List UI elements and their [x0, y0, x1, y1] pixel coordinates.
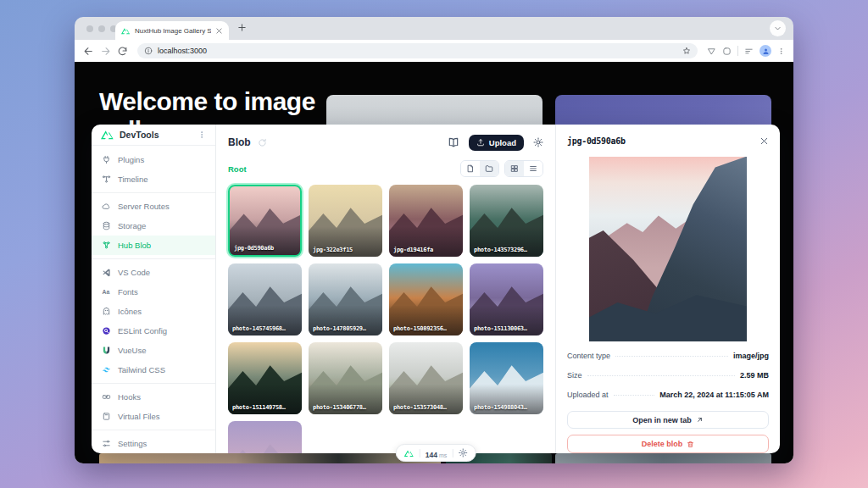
blob-tile-photo-147805929[interactable]: photo-147805929…	[309, 263, 382, 336]
sidebar-item-server-routes[interactable]: Server Routes	[92, 197, 215, 216]
sidebar-item-timeline[interactable]: Timeline	[92, 169, 215, 189]
nuxt-timing-pill[interactable]: 144ms	[396, 444, 476, 462]
bookmark-star-icon[interactable]	[682, 47, 691, 55]
nuxt-favicon-icon	[121, 26, 131, 36]
ghost-icon	[102, 307, 111, 316]
tab-close-icon[interactable]	[215, 27, 223, 35]
blob-tile-jpg-322e3f15[interactable]: jpg-322e3f15	[309, 185, 382, 257]
theme-toggle-sun-icon[interactable]	[533, 137, 543, 147]
browser-menu-button[interactable]	[777, 47, 785, 55]
detail-row-label: Uploaded at	[567, 391, 609, 399]
nuxt-logo-icon	[101, 128, 114, 141]
grid-list-toggle	[504, 160, 543, 177]
detail-rows: Content typeimage/jpgSize2.59 MBUploaded…	[567, 347, 769, 405]
tab-search-button[interactable]	[770, 20, 786, 36]
gallery-image-behind-3	[555, 453, 771, 463]
address-bar[interactable]: localhost:3000	[137, 43, 698, 58]
devtools-menu-button[interactable]	[198, 130, 206, 139]
extension-panel-icon[interactable]	[744, 47, 754, 56]
sidebar-item-settings[interactable]: Settings	[92, 434, 215, 453]
sidebar-item-ic-nes[interactable]: Icônes	[92, 302, 215, 321]
sidebar-item-plugins[interactable]: Plugins	[92, 150, 215, 169]
sidebar-item-vueuse[interactable]: VueUse	[92, 341, 215, 360]
blob-tile-label: photo-154988043…	[474, 404, 527, 411]
blob-tile-label: photo-153573048…	[393, 404, 447, 411]
detail-row-value: March 22, 2024 at 11:15:05 AM	[659, 391, 769, 399]
blob-title: Blob	[228, 136, 251, 148]
sidebar-item-storage[interactable]: Storage	[92, 216, 215, 236]
hook-icon	[102, 392, 111, 402]
flat-view-button[interactable]	[461, 161, 480, 176]
window-controls[interactable]	[86, 25, 117, 32]
sidebar-item-hub-blob[interactable]: Hub Blob	[92, 236, 215, 255]
person-icon	[762, 47, 770, 55]
site-info-icon[interactable]	[144, 47, 153, 55]
gear-icon[interactable]	[458, 448, 467, 458]
devtools-panel: DevTools PluginsTimelineServer RoutesSto…	[92, 125, 780, 453]
new-tab-button[interactable]	[237, 23, 247, 32]
blob-tile-photo-143573296[interactable]: photo-143573296…	[470, 185, 543, 257]
extensions-icon[interactable]	[722, 47, 732, 56]
gallery-image-behind-1	[99, 453, 441, 463]
blob-grid: jpg-0d590a6bjpg-322e3f15jpg-d19416faphot…	[228, 185, 543, 453]
breadcrumb-root[interactable]: Root	[228, 164, 247, 174]
back-button[interactable]	[83, 46, 94, 57]
vscode-icon	[102, 268, 111, 277]
close-icon[interactable]	[760, 136, 769, 146]
blob-tile-photo-154988043[interactable]: photo-154988043…	[470, 342, 543, 414]
sidebar-item-label: Tailwind CSS	[118, 365, 165, 374]
refresh-icon[interactable]	[258, 138, 267, 147]
toolbar-divider	[737, 46, 738, 56]
url-text: localhost:3000	[158, 47, 677, 55]
blob-header: Blob Upload	[228, 132, 543, 152]
sidebar-item-fonts[interactable]: AaFonts	[92, 282, 215, 302]
external-link-icon	[696, 416, 704, 424]
blob-tile-label: photo-145745968…	[232, 325, 286, 332]
blob-tile[interactable]	[228, 421, 302, 453]
blob-tile-label: jpg-0d590a6b	[234, 245, 274, 252]
sidebar-item-hooks[interactable]: Hooks	[92, 387, 215, 407]
sidebar-item-label: Hub Blob	[118, 241, 151, 250]
sidebar-item-virtual-files[interactable]: Virtual Files	[92, 407, 215, 426]
grid-view-button[interactable]	[505, 161, 524, 176]
sidebar-item-label: Storage	[118, 221, 146, 230]
forward-button[interactable]	[100, 46, 111, 57]
timing-value: 144	[426, 451, 437, 459]
minimize-window-button[interactable]	[98, 25, 105, 32]
blob-tile-photo-145745968[interactable]: photo-145745968…	[228, 263, 302, 336]
sidebar-item-label: Server Routes	[118, 202, 170, 211]
plug-icon	[102, 155, 111, 164]
blob-preview-image	[589, 157, 747, 341]
open-in-new-tab-button[interactable]: Open in new tab	[567, 411, 769, 430]
upload-button[interactable]: Upload	[469, 135, 524, 151]
reload-button[interactable]	[117, 46, 128, 57]
heading-line1: Welcome to image	[99, 87, 315, 116]
blob-tile-photo-151130063[interactable]: photo-151130063…	[470, 263, 543, 336]
blob-tile-photo-151149758[interactable]: photo-151149758…	[228, 342, 302, 414]
dotted-leader	[615, 356, 728, 357]
svg-text:Aa: Aa	[102, 289, 109, 295]
browser-tab[interactable]: NuxtHub Image Gallery Starte	[115, 21, 229, 40]
sidebar-item-eslint-config[interactable]: ESLint Config	[92, 321, 215, 341]
close-window-button[interactable]	[86, 25, 93, 32]
sidebar-item-vs-code[interactable]: VS Code	[92, 263, 215, 282]
detail-header: jpg-0d590a6b	[567, 133, 769, 150]
blob-tile-jpg-0d590a6b[interactable]: jpg-0d590a6b	[228, 185, 302, 257]
folder-view-button[interactable]	[480, 161, 498, 176]
profile-avatar[interactable]	[760, 45, 771, 57]
blob-tile-jpg-d19416fa[interactable]: jpg-d19416fa	[389, 185, 463, 257]
settings-icon	[102, 439, 111, 448]
blob-tile-label: jpg-d19416fa	[393, 247, 433, 253]
extension-triangle-icon[interactable]	[707, 47, 716, 56]
detail-row-label: Content type	[567, 352, 610, 360]
blob-tile-photo-153406778[interactable]: photo-153406778…	[309, 342, 382, 414]
tab-title: NuxtHub Image Gallery Starte	[135, 27, 211, 35]
sidebar-item-tailwind-css[interactable]: Tailwind CSS	[92, 360, 215, 380]
blob-tile-photo-150892356[interactable]: photo-150892356…	[389, 263, 463, 336]
upload-icon	[476, 138, 485, 147]
devtools-title: DevTools	[120, 130, 192, 140]
list-view-button[interactable]	[524, 161, 542, 176]
blob-tile-photo-153573048[interactable]: photo-153573048…	[389, 342, 463, 414]
docs-book-icon[interactable]	[448, 136, 459, 148]
delete-blob-button[interactable]: Delete blob	[567, 435, 769, 453]
